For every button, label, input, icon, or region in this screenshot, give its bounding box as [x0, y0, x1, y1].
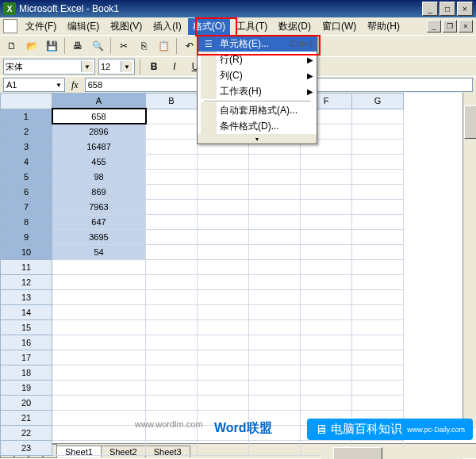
menu-item-column[interactable]: 列(C) ▶: [198, 67, 317, 83]
font-size-combo[interactable]: 12▼: [98, 59, 135, 75]
cell[interactable]: [249, 350, 301, 365]
cell[interactable]: [198, 229, 249, 244]
row-header[interactable]: 3: [1, 139, 52, 154]
cell[interactable]: [301, 244, 352, 259]
row-header[interactable]: 14: [1, 304, 52, 319]
cell[interactable]: [198, 214, 249, 229]
cell[interactable]: [301, 259, 352, 274]
cell[interactable]: [301, 319, 352, 335]
row-header[interactable]: 17: [1, 350, 52, 365]
cell[interactable]: [198, 154, 249, 169]
cell[interactable]: [352, 259, 404, 274]
cell[interactable]: [198, 440, 249, 455]
cell[interactable]: [146, 169, 198, 184]
cell[interactable]: [52, 304, 146, 319]
cell[interactable]: [352, 109, 404, 124]
cell[interactable]: [146, 395, 198, 410]
menu-item-cells[interactable]: ☰ 单元格(E)... Ctrl+1: [198, 36, 317, 52]
cell[interactable]: [52, 440, 146, 455]
cell[interactable]: [146, 350, 198, 365]
fx-icon[interactable]: fx: [71, 79, 79, 91]
row-header[interactable]: 10: [1, 244, 52, 259]
cell[interactable]: [146, 229, 198, 244]
cell[interactable]: 647: [52, 214, 146, 229]
cell[interactable]: [146, 154, 198, 169]
cell[interactable]: [352, 289, 404, 304]
menu-window[interactable]: 窗口(W): [317, 18, 361, 35]
cell[interactable]: [301, 289, 352, 304]
cell[interactable]: [52, 395, 146, 410]
row-header[interactable]: 21: [1, 410, 52, 425]
cell[interactable]: 869: [52, 184, 146, 199]
cell[interactable]: [301, 169, 352, 184]
cell[interactable]: [249, 319, 301, 335]
cell[interactable]: [198, 274, 249, 289]
cell[interactable]: [352, 380, 404, 395]
cell[interactable]: [146, 139, 198, 154]
cell[interactable]: [352, 169, 404, 184]
preview-button[interactable]: 🔍: [89, 37, 106, 55]
cell[interactable]: [249, 274, 301, 289]
italic-button[interactable]: I: [166, 58, 183, 75]
row-header[interactable]: 7: [1, 199, 52, 214]
cell[interactable]: [198, 335, 249, 350]
row-header[interactable]: 13: [1, 289, 52, 304]
cell[interactable]: [198, 350, 249, 365]
doc-close-button[interactable]: ×: [459, 20, 473, 33]
copy-button[interactable]: ⎘: [135, 37, 152, 55]
cell[interactable]: [146, 380, 198, 395]
menu-view[interactable]: 视图(V): [106, 18, 147, 35]
cell[interactable]: [352, 139, 404, 154]
horizontal-scrollbar[interactable]: [321, 446, 463, 459]
new-button[interactable]: 🗋: [3, 37, 21, 55]
row-header[interactable]: 6: [1, 184, 52, 199]
menu-format[interactable]: 格式(O): [188, 18, 230, 35]
menu-item-conditional-format[interactable]: 条件格式(D)...: [198, 118, 317, 134]
cell[interactable]: [198, 365, 249, 380]
cell[interactable]: [198, 244, 249, 259]
cell[interactable]: [301, 154, 352, 169]
cell[interactable]: [249, 259, 301, 274]
scrollbar-thumb[interactable]: [464, 105, 476, 139]
cell[interactable]: [198, 289, 249, 304]
cell[interactable]: [146, 184, 198, 199]
menu-tools[interactable]: 工具(T): [232, 18, 272, 35]
name-box[interactable]: A1 ▼: [3, 78, 65, 92]
row-header[interactable]: 20: [1, 395, 52, 410]
cell[interactable]: [301, 380, 352, 395]
cell[interactable]: [249, 304, 301, 319]
cell[interactable]: [52, 274, 146, 289]
cell[interactable]: [146, 199, 198, 214]
cell[interactable]: [146, 335, 198, 350]
select-all-cell[interactable]: [1, 94, 52, 109]
cut-button[interactable]: ✂: [115, 37, 132, 55]
font-name-combo[interactable]: 宋体▼: [3, 59, 95, 75]
cell[interactable]: [52, 380, 146, 395]
cell[interactable]: [301, 229, 352, 244]
cell[interactable]: 2896: [52, 124, 146, 139]
cell[interactable]: [301, 274, 352, 289]
cell[interactable]: 7963: [52, 199, 146, 214]
row-header[interactable]: 9: [1, 229, 52, 244]
cell[interactable]: 455: [52, 154, 146, 169]
cell[interactable]: [249, 335, 301, 350]
cell[interactable]: [146, 274, 198, 289]
cell[interactable]: [146, 319, 198, 335]
cell[interactable]: [146, 304, 198, 319]
minimize-button[interactable]: _: [422, 2, 438, 16]
cell[interactable]: [146, 259, 198, 274]
cell[interactable]: [352, 214, 404, 229]
cell[interactable]: [352, 124, 404, 139]
menu-item-autoformat[interactable]: 自动套用格式(A)...: [198, 102, 317, 118]
row-header[interactable]: 8: [1, 214, 52, 229]
cell[interactable]: [249, 244, 301, 259]
row-header[interactable]: 15: [1, 319, 52, 335]
vertical-scrollbar[interactable]: [463, 93, 476, 429]
row-header[interactable]: 23: [1, 440, 52, 455]
cell[interactable]: [198, 184, 249, 199]
cell[interactable]: [249, 229, 301, 244]
cell[interactable]: 16487: [52, 139, 146, 154]
cell[interactable]: [352, 365, 404, 380]
cell[interactable]: [352, 184, 404, 199]
cell[interactable]: [52, 410, 146, 425]
